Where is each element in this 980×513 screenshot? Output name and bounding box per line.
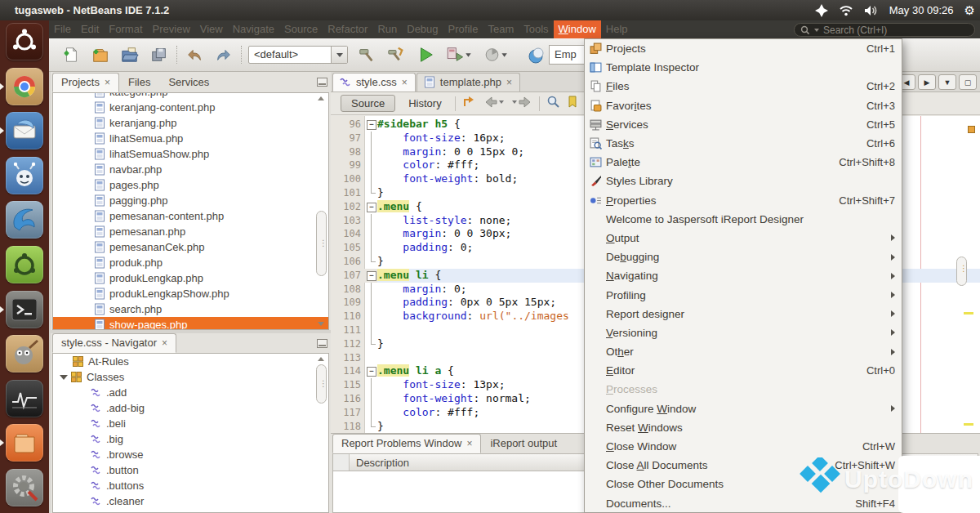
close-icon[interactable]: × — [162, 337, 167, 349]
file-row[interactable]: keranjang-content.php — [53, 100, 328, 115]
close-icon[interactable]: × — [466, 438, 472, 449]
run-configuration-select[interactable]: <default> — [248, 46, 348, 64]
thunderbird-icon[interactable] — [6, 112, 43, 149]
undo-button[interactable] — [184, 44, 205, 65]
tab-navigator[interactable]: style.css - Navigator × — [52, 333, 176, 353]
error-stripe-mark[interactable] — [964, 423, 973, 426]
css-class-row[interactable]: .buttons — [53, 478, 328, 493]
menu-debug[interactable]: Debug — [402, 20, 443, 38]
window-menu-item-report-designer[interactable]: Report designer — [585, 305, 902, 323]
css-class-row[interactable]: .beli — [53, 416, 328, 431]
fold-marker[interactable] — [365, 118, 377, 132]
scroll-up-icon[interactable] — [318, 96, 324, 100]
file-row[interactable]: search.php — [53, 301, 328, 317]
open-project-button[interactable] — [119, 44, 140, 65]
menu-navigate[interactable]: Navigate — [228, 20, 279, 38]
scroll-up-icon[interactable] — [318, 357, 324, 361]
fold-marker[interactable] — [365, 269, 377, 283]
menu-edit[interactable]: Edit — [76, 20, 104, 38]
bookmark-icon[interactable] — [568, 96, 577, 112]
navigator-group-row[interactable]: Classes — [53, 369, 328, 385]
indicator-pinwheel-icon[interactable] — [815, 4, 828, 17]
menu-team[interactable]: Team — [483, 20, 519, 38]
window-menu-item-editor[interactable]: EditorCtrl+0 — [585, 361, 902, 380]
window-menu-item-template-inspector[interactable]: Template Inspector — [585, 58, 902, 77]
file-row[interactable]: keranjang.php — [53, 115, 328, 131]
close-icon[interactable]: × — [105, 77, 110, 88]
menu-format[interactable]: Format — [104, 20, 147, 38]
gimp-icon[interactable] — [6, 335, 43, 372]
memory-garbage-collect-icon[interactable] — [526, 45, 547, 66]
window-menu-item-tasks[interactable]: TasksCtrl+6 — [585, 134, 902, 153]
window-menu-item-files[interactable]: FilesCtrl+2 — [585, 77, 902, 96]
search-input[interactable]: Search (Ctrl+I) — [794, 23, 975, 37]
maximize-window-icon[interactable]: ▢ — [959, 74, 977, 90]
tab-projects[interactable]: Projects× — [52, 73, 119, 92]
projects-scrollbar-thumb[interactable] — [316, 211, 327, 276]
window-menu-item-reset-windows[interactable]: Reset Windows — [585, 418, 902, 437]
window-menu-item-other[interactable]: Other — [585, 342, 902, 361]
menu-source[interactable]: Source — [279, 20, 323, 38]
window-menu-item-services[interactable]: ServicesCtrl+5 — [585, 115, 902, 134]
css-class-row[interactable]: .add — [53, 385, 328, 400]
menu-preview[interactable]: Preview — [148, 20, 195, 38]
tab-report-problems-window[interactable]: Report Problems Window× — [332, 434, 481, 453]
file-row[interactable]: produk.php — [53, 255, 328, 270]
menu-help[interactable]: Help — [601, 20, 633, 38]
description-column-header[interactable]: Description — [350, 457, 409, 469]
find-icon[interactable] — [546, 96, 561, 112]
menu-refactor[interactable]: Refactor — [323, 20, 372, 38]
window-menu-item-configure-window[interactable]: Configure Window — [585, 399, 902, 418]
profile-project-button[interactable] — [482, 44, 511, 65]
run-configuration-dropdown-icon[interactable] — [331, 47, 347, 63]
file-row[interactable]: pages.php — [53, 177, 328, 193]
system-monitor-icon[interactable] — [6, 380, 43, 417]
window-menu-item-versioning[interactable]: Versioning — [585, 323, 902, 342]
file-row[interactable]: produkLengkapShow.php — [53, 286, 328, 301]
menu-file[interactable]: File — [49, 20, 76, 38]
css-class-row[interactable]: .comment-button — [53, 509, 328, 513]
window-menu-item-navigating[interactable]: Navigating — [585, 266, 902, 285]
tab-ireport-output[interactable]: iReport output — [481, 434, 566, 453]
blue-swirl-app-icon[interactable] — [6, 201, 43, 239]
file-row[interactable]: produkLengkap.php — [53, 270, 328, 286]
wifi-icon[interactable] — [839, 5, 853, 16]
ubuntu-software-center-icon[interactable] — [6, 246, 43, 283]
file-row[interactable]: pemesananCek.php — [53, 239, 328, 255]
file-row[interactable]: navbar.php — [53, 162, 328, 177]
scroll-tabs-right-icon[interactable]: ▶ — [918, 74, 936, 90]
minimize-navigator-panel-icon[interactable] — [317, 339, 327, 348]
forward-icon[interactable] — [511, 96, 532, 112]
css-class-row[interactable]: .button — [53, 462, 328, 478]
source-view-button[interactable]: Source — [341, 95, 395, 112]
window-menu-item-output[interactable]: Output — [585, 229, 902, 248]
memory-meter[interactable]: Emp — [549, 45, 586, 65]
menu-tools[interactable]: Tools — [519, 20, 553, 38]
window-menu-item-styles-library[interactable]: Styles Library — [585, 172, 902, 190]
document-list-icon[interactable]: ▼ — [938, 74, 956, 90]
file-row[interactable]: pemesanan-content.php — [53, 208, 328, 224]
file-row[interactable]: pemesanan.php — [53, 224, 328, 239]
css-class-row[interactable]: .browse — [53, 447, 328, 462]
minimize-projects-panel-icon[interactable] — [317, 78, 327, 87]
editor-tab-template-php[interactable]: template.php× — [416, 73, 520, 91]
menu-run[interactable]: Run — [372, 20, 402, 38]
file-row[interactable]: lihatSemua.php — [53, 131, 328, 146]
file-row[interactable]: lihatSemuaShow.php — [53, 146, 328, 162]
build-project-button[interactable] — [356, 44, 377, 65]
editor-scrollbar-thumb[interactable] — [956, 256, 967, 286]
menu-profile[interactable]: Profile — [443, 20, 483, 38]
terminal-icon[interactable] — [6, 291, 43, 328]
scroll-down-icon[interactable] — [318, 322, 324, 326]
history-view-button[interactable]: History — [402, 96, 448, 111]
navigator-group-row[interactable]: At-Rules — [53, 354, 328, 369]
clean-build-project-button[interactable] — [385, 44, 407, 65]
close-icon[interactable]: × — [402, 77, 408, 88]
fold-marker[interactable] — [365, 364, 377, 378]
ubuntu-dash-icon[interactable] — [6, 23, 43, 60]
window-menu-item-profiling[interactable]: Profiling — [585, 285, 902, 304]
save-all-button[interactable] — [149, 44, 170, 65]
window-menu-item-properties[interactable]: PropertiesCtrl+Shift+7 — [585, 191, 902, 210]
window-menu-item-debugging[interactable]: Debugging — [585, 248, 902, 266]
editor-tab-style-css[interactable]: style.css× — [332, 73, 416, 91]
